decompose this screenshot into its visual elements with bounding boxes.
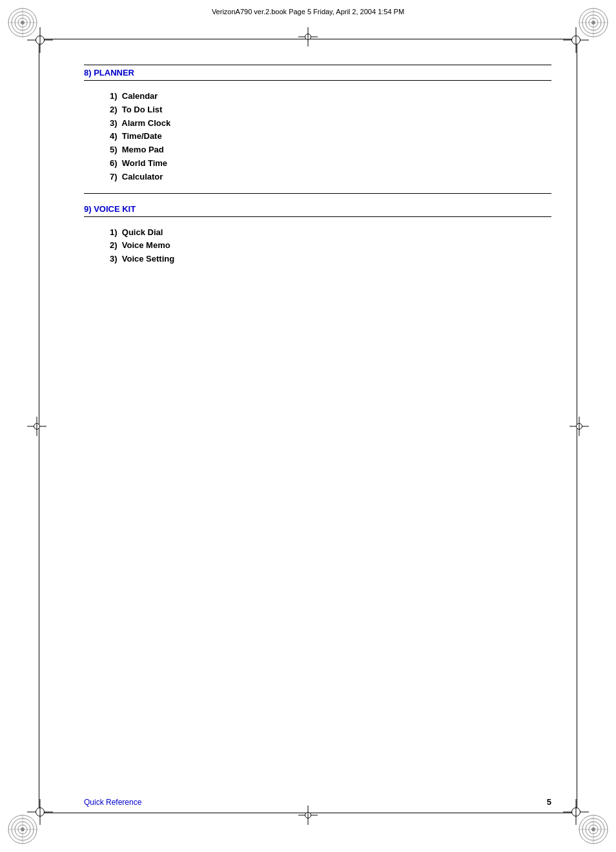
crosshair-sm-circle-right [576,423,582,430]
voice-kit-heading: 9) VOICE KIT [84,204,551,214]
crosshair-mid-right [570,417,589,436]
list-item: 2) To Do List [110,103,551,117]
crosshair-br [563,799,589,825]
list-item: 2) Voice Memo [110,239,551,253]
footer-label: Quick Reference [84,798,141,807]
crosshair-circle-tr [571,36,580,45]
planner-divider-bottom [84,193,551,194]
planner-items-list: 1) Calendar 2) To Do List 3) Alarm Clock… [84,83,551,191]
footer: Quick Reference 5 [84,797,551,807]
main-content: 8) PLANNER 1) Calendar 2) To Do List 3) … [84,65,551,283]
crosshair-mid-left [27,417,46,436]
footer-page-number: 5 [547,797,551,807]
header-text: VerizonA790 ver.2.book Page 5 Friday, Ap… [0,8,616,16]
voice-kit-divider [84,216,551,217]
crosshair-sm-circle-left [34,423,40,430]
planner-divider-sub [84,80,551,81]
list-item: 6) World Time [110,157,551,171]
list-item: 3) Alarm Clock [110,117,551,130]
crosshair-mid-bottom [298,805,318,825]
list-item: 3) Voice Setting [110,253,551,266]
crosshair-bl [27,799,53,825]
section-voice-kit: 9) VOICE KIT 1) Quick Dial 2) Voice Memo… [84,204,551,273]
list-item: 4) Time/Date [110,130,551,143]
crosshair-circle-br [571,807,580,816]
crosshair-sm-left [27,417,46,436]
list-item: 1) Calendar [110,90,551,103]
list-item: 1) Quick Dial [110,226,551,240]
crosshair-sm-right [570,417,589,436]
section-planner: 8) PLANNER 1) Calendar 2) To Do List 3) … [84,65,551,194]
voice-kit-items-list: 1) Quick Dial 2) Voice Memo 3) Voice Set… [84,220,551,273]
crosshair-sm-circle-bottom [305,812,311,818]
crosshair-tl [27,27,53,53]
crosshair-sm-top [298,27,318,47]
crosshair-tr [563,27,589,53]
list-item: 5) Memo Pad [110,143,551,157]
crosshair-circle-bl [36,807,45,816]
crosshair-mid-top [298,27,318,47]
crosshair-sm-bottom [298,805,318,825]
crosshair-circle-tl [36,36,45,45]
crosshair-sm-circle-top [305,34,311,40]
planner-heading: 8) PLANNER [84,68,551,78]
planner-divider-top [84,65,551,65]
list-item: 7) Calculator [110,171,551,184]
